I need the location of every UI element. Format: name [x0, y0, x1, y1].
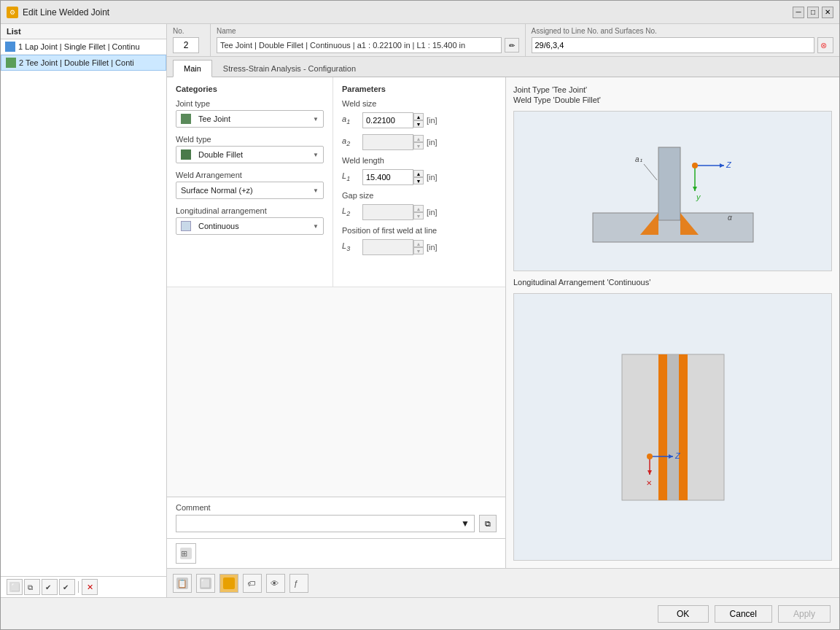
l2-spin-up[interactable]: ▲	[413, 205, 424, 212]
l3-spin-up[interactable]: ▲	[413, 240, 424, 247]
list-add-button[interactable]: ⬜	[7, 579, 23, 595]
toolbar-btn-4[interactable]: 🏷	[243, 574, 262, 593]
longitudinal-dropdown[interactable]: Continuous ▼	[176, 217, 324, 235]
list-check-button[interactable]: ✔	[42, 579, 58, 595]
joint-type-text: Joint Type 'Tee Joint' Weld Type 'Double…	[513, 85, 832, 105]
svg-text:⬜: ⬜	[201, 578, 211, 588]
position-label: Position of first weld at line	[342, 226, 497, 235]
l1-spin-up[interactable]: ▲	[413, 170, 424, 177]
list-check2-button[interactable]: ✔	[59, 579, 75, 595]
svg-text:α: α	[728, 214, 732, 222]
a2-input[interactable]	[362, 134, 413, 150]
a2-label: a2	[342, 136, 359, 147]
categories-title: Categories	[176, 85, 324, 93]
longitudinal-content: Continuous	[181, 221, 313, 231]
a2-spin-down[interactable]: ▼	[413, 142, 424, 149]
assigned-pick-button[interactable]: ⊗	[817, 37, 833, 53]
name-input-row: ✏	[217, 37, 519, 53]
assigned-input[interactable]	[532, 37, 815, 53]
comment-row: Comment	[176, 503, 497, 512]
close-button[interactable]: ✕	[822, 7, 833, 18]
toolbar-btn-6[interactable]: ƒ	[289, 574, 308, 593]
a1-spinbox: ▲ ▼	[362, 112, 424, 128]
tee-joint-diagram: Z y a₁ α	[513, 111, 832, 271]
tab-stress[interactable]: Stress-Strain Analysis - Configuration	[212, 60, 367, 77]
list-delete-button[interactable]: ✕	[82, 579, 98, 595]
cancel-button[interactable]: Cancel	[715, 605, 772, 623]
svg-rect-37	[223, 578, 235, 589]
svg-text:⊗: ⊗	[820, 41, 827, 50]
l3-unit: [in]	[427, 243, 438, 252]
view-icon-button[interactable]: ⊞	[176, 543, 196, 564]
dialog-footer: OK Cancel Apply	[1, 597, 839, 629]
list-copy-button[interactable]: ⧉	[24, 579, 40, 595]
a1-input[interactable]	[362, 112, 413, 128]
a1-spin-up[interactable]: ▲	[413, 113, 424, 120]
l3-label: L3	[342, 241, 359, 252]
top-fields-row: No. Name ✏ Assigned to Line No. and Surf…	[167, 24, 839, 57]
assigned-label: Assigned to Line No. and Surfaces No.	[532, 27, 834, 35]
list-item-1[interactable]: 1 Lap Joint | Single Fillet | Continu	[1, 39, 166, 55]
svg-rect-25	[667, 354, 679, 500]
l1-input[interactable]	[362, 169, 413, 185]
right-panel: No. Name ✏ Assigned to Line No. and Surf…	[167, 24, 839, 597]
window-controls: ─ □ ✕	[793, 7, 833, 18]
l1-spin-down[interactable]: ▼	[413, 177, 424, 184]
left-panel: List 1 Lap Joint | Single Fillet | Conti…	[1, 24, 167, 597]
weld-arrangement-dropdown[interactable]: Surface Normal (+z) ▼	[176, 182, 324, 199]
list-item-2[interactable]: 2 Tee Joint | Double Fillet | Conti	[1, 55, 166, 71]
comment-input-row: ▼ ⧉	[176, 515, 497, 532]
parameters-section: Parameters Weld size a1 ▲ ▼	[333, 77, 505, 287]
title-bar: ⚙ Edit Line Welded Joint ─ □ ✕	[1, 1, 839, 24]
no-input[interactable]	[173, 37, 199, 53]
comment-copy-button[interactable]: ⧉	[479, 515, 497, 532]
l3-spin-down[interactable]: ▼	[413, 247, 424, 254]
a2-spin-buttons: ▲ ▼	[413, 135, 424, 149]
a1-spin-down[interactable]: ▼	[413, 120, 424, 128]
a2-unit: [in]	[427, 138, 438, 147]
weld-type-value: Double Fillet	[198, 150, 243, 159]
maximize-button[interactable]: □	[807, 7, 819, 18]
l1-row: L1 ▲ ▼ [in]	[342, 169, 497, 185]
name-input[interactable]	[217, 37, 502, 53]
l1-spinbox: ▲ ▼	[362, 169, 424, 185]
toolbar-btn-2[interactable]: ⬜	[196, 574, 215, 593]
a1-label: a1	[342, 114, 359, 125]
longitudinal-diagram: Z ✕	[513, 293, 832, 561]
assigned-input-row: ⊗	[532, 37, 834, 53]
a2-spin-up[interactable]: ▲	[413, 135, 424, 142]
toolbar-btn-3[interactable]	[219, 574, 238, 593]
joint-type-dropdown[interactable]: Tee Joint ▼	[176, 110, 324, 128]
tab-main[interactable]: Main	[173, 60, 212, 77]
weld-length-label: Weld length	[342, 156, 497, 165]
left-main-area: Categories Joint type Tee Joint ▼	[167, 77, 506, 568]
longitudinal-group: Longitudinal arrangement Continuous ▼	[176, 206, 324, 235]
svg-text:⬜: ⬜	[11, 583, 20, 592]
l2-input[interactable]	[362, 204, 413, 220]
longitudinal-label: Longitudinal arrangement	[176, 206, 324, 215]
right-viz-panel: Joint Type 'Tee Joint' Weld Type 'Double…	[506, 77, 839, 568]
l1-spin-buttons: ▲ ▼	[413, 170, 424, 184]
joint-type-value: Tee Joint	[198, 114, 230, 123]
svg-rect-23	[658, 354, 667, 500]
toolbar-btn-1[interactable]: 📋	[173, 574, 192, 593]
app-icon: ⚙	[7, 7, 18, 18]
ok-button[interactable]: OK	[658, 605, 709, 623]
tab-main-content: Categories Joint type Tee Joint ▼	[167, 77, 839, 568]
list-items: 1 Lap Joint | Single Fillet | Continu 2 …	[1, 39, 166, 308]
comment-dropdown[interactable]: ▼	[176, 515, 475, 532]
weld-type-viz-text: Weld Type 'Double Fillet'	[513, 96, 601, 104]
weld-arrangement-group: Weld Arrangement Surface Normal (+z) ▼	[176, 171, 324, 199]
gap-size-label: Gap size	[342, 191, 497, 200]
svg-rect-24	[679, 354, 688, 500]
svg-point-21	[692, 163, 698, 168]
minimize-button[interactable]: ─	[793, 7, 804, 18]
l3-input[interactable]	[362, 239, 413, 255]
apply-button[interactable]: Apply	[778, 605, 831, 623]
name-edit-button[interactable]: ✏	[505, 38, 519, 52]
l2-spin-down[interactable]: ▼	[413, 212, 424, 219]
toolbar-btn-5[interactable]: 👁	[266, 574, 285, 593]
longitudinal-text-area: Longitudinal Arrangement 'Continuous'	[513, 277, 832, 287]
weld-type-dropdown[interactable]: Double Fillet ▼	[176, 146, 324, 163]
a2-row: a2 ▲ ▼ [in]	[342, 134, 497, 150]
